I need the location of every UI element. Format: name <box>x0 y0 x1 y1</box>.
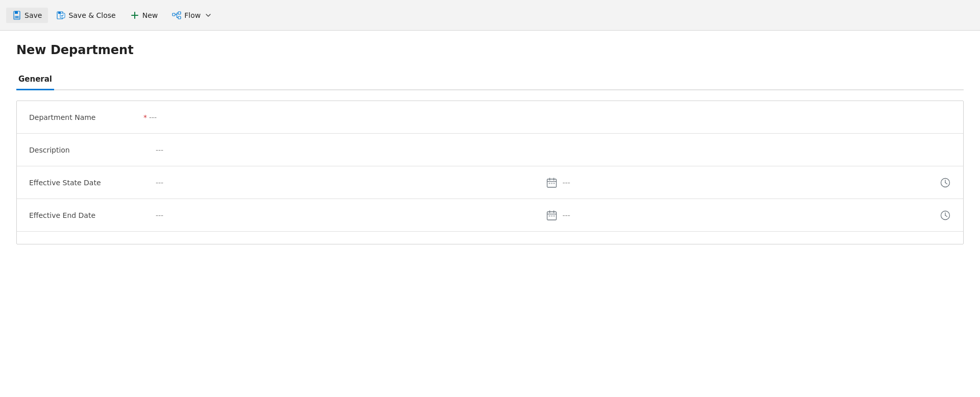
description-value[interactable]: --- <box>156 146 951 154</box>
effective-state-date-value[interactable]: --- <box>156 179 163 187</box>
svg-rect-17 <box>549 183 550 184</box>
effective-state-date-date-part: --- <box>141 179 546 187</box>
department-name-label: Department Name <box>29 113 141 121</box>
new-button[interactable]: New <box>124 8 164 23</box>
toolbar: Save Save & Close New <box>0 0 980 31</box>
flow-label: Flow <box>184 11 201 19</box>
department-name-value[interactable]: --- <box>149 113 951 121</box>
page-content: New Department General Department Name *… <box>0 31 980 257</box>
svg-rect-18 <box>551 183 553 184</box>
svg-rect-11 <box>178 12 181 14</box>
save-close-button[interactable]: Save & Close <box>50 8 121 23</box>
field-row-effective-state-date: Effective State Date --- <box>17 166 963 199</box>
svg-rect-12 <box>178 16 181 19</box>
new-label: New <box>142 11 158 19</box>
field-row-description: Description --- <box>17 134 963 166</box>
effective-end-time-value[interactable]: --- <box>562 211 570 219</box>
effective-end-date-time-part: --- <box>546 210 951 221</box>
svg-rect-29 <box>553 215 555 217</box>
calendar-icon-end[interactable] <box>546 210 557 221</box>
save-close-label: Save & Close <box>68 11 115 19</box>
save-label: Save <box>24 11 42 19</box>
tab-general[interactable]: General <box>16 69 54 90</box>
flow-icon <box>172 11 181 20</box>
svg-line-22 <box>945 183 947 184</box>
description-label: Description <box>29 146 141 154</box>
flow-button[interactable]: Flow <box>166 8 219 23</box>
calendar-icon-state[interactable] <box>546 177 557 188</box>
form-container: Department Name * --- Description --- Ef… <box>16 101 964 244</box>
clock-icon-end[interactable] <box>940 210 951 221</box>
effective-end-date-value[interactable]: --- <box>156 211 163 219</box>
effective-end-date-content: --- --- <box>141 210 951 221</box>
form-bottom-spacer <box>17 232 963 244</box>
svg-rect-27 <box>549 215 550 217</box>
svg-rect-28 <box>551 215 553 217</box>
field-row-department-name: Department Name * --- <box>17 101 963 134</box>
save-close-icon <box>56 11 65 20</box>
svg-rect-4 <box>15 17 18 18</box>
flow-chevron-icon <box>204 11 213 20</box>
effective-state-time-value[interactable]: --- <box>562 179 570 187</box>
effective-state-date-time-part: --- <box>546 177 951 188</box>
effective-end-date-label: Effective End Date <box>29 211 141 219</box>
effective-state-date-content: --- --- <box>141 177 951 188</box>
effective-state-date-label: Effective State Date <box>29 179 141 187</box>
page-title: New Department <box>16 43 964 57</box>
svg-rect-1 <box>15 11 18 14</box>
field-row-effective-end-date: Effective End Date --- <box>17 199 963 232</box>
tabs: General <box>16 69 964 90</box>
effective-end-date-date-part: --- <box>141 211 546 219</box>
svg-line-32 <box>945 215 947 217</box>
new-icon <box>130 11 139 20</box>
svg-rect-3 <box>15 16 18 17</box>
save-button[interactable]: Save <box>6 8 48 23</box>
department-name-required: * <box>143 113 147 121</box>
clock-icon-state[interactable] <box>940 177 951 188</box>
svg-rect-10 <box>173 13 175 16</box>
svg-rect-19 <box>553 183 555 184</box>
save-icon <box>12 11 21 20</box>
